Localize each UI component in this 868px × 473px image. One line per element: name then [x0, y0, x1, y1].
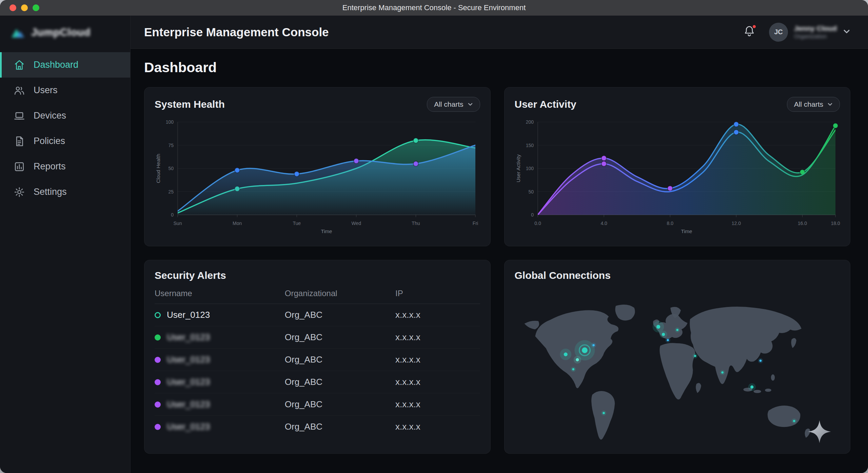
org-cell: Org_ABC: [285, 421, 395, 432]
brand-logo-icon: [10, 25, 26, 40]
brand-logo: JumpCloud: [0, 16, 130, 49]
svg-text:Tue: Tue: [293, 221, 301, 226]
chevron-down-icon: [468, 102, 473, 107]
sidebar-item-devices[interactable]: Devices: [0, 103, 130, 128]
svg-text:Wed: Wed: [352, 221, 361, 226]
svg-text:Time: Time: [681, 228, 692, 234]
svg-text:75: 75: [168, 143, 174, 148]
sidebar-item-settings[interactable]: Settings: [0, 179, 130, 205]
card-title: System Health: [155, 99, 225, 110]
status-dot: [155, 357, 161, 363]
table-row[interactable]: User_0123Org_ABCx.x.x.x: [155, 349, 480, 371]
svg-text:100: 100: [526, 166, 534, 171]
svg-text:User Activity: User Activity: [515, 154, 521, 182]
titlebar: Enterprise Management Console - Secure E…: [0, 0, 868, 16]
ip-cell: x.x.x.x: [395, 310, 480, 320]
sidebar-nav: Dashboard Users Devices Policies Reports: [0, 52, 130, 205]
security-alerts-table: Username Organizational IP User_0123Org_…: [155, 289, 480, 438]
ip-cell: x.x.x.x: [395, 354, 480, 365]
user-org-label: Organization: [794, 33, 837, 40]
svg-text:50: 50: [528, 189, 534, 194]
sidebar-item-label: Users: [34, 85, 58, 96]
table-row[interactable]: User_0123Org_ABCx.x.x.x: [155, 326, 480, 349]
status-dot: [155, 379, 161, 385]
devices-icon: [13, 110, 25, 122]
system-health-filter-dropdown[interactable]: All charts: [427, 97, 480, 112]
app-header: Enterprise Management Console JC Jenny C…: [131, 16, 868, 49]
username-cell: User_0123: [167, 332, 210, 343]
page-title: Dashboard: [144, 60, 850, 76]
card-title: Global Connections: [515, 270, 611, 281]
username-cell: User_0123: [167, 377, 210, 387]
user-name: Jenny Cloud: [794, 24, 837, 33]
svg-text:8.0: 8.0: [667, 221, 673, 226]
system-health-chart: 0255075100SunMonTueWedThuFriCloud Health…: [155, 117, 480, 236]
svg-text:18.0: 18.0: [831, 221, 840, 226]
org-cell: Org_ABC: [285, 354, 395, 365]
svg-text:0: 0: [171, 212, 174, 218]
home-icon: [13, 59, 25, 71]
username-cell: User_0123: [167, 421, 210, 432]
column-header-ip: IP: [395, 289, 480, 298]
security-table-body: User_0123Org_ABCx.x.x.xUser_0123Org_ABCx…: [155, 304, 480, 438]
svg-text:150: 150: [526, 143, 534, 148]
svg-text:Thu: Thu: [412, 221, 420, 226]
sparkle-icon: [807, 419, 832, 445]
sidebar-item-policies[interactable]: Policies: [0, 128, 130, 154]
svg-text:Sun: Sun: [174, 221, 182, 226]
sidebar-item-label: Devices: [34, 110, 66, 121]
world-map: [513, 289, 842, 448]
filter-label: All charts: [434, 100, 463, 108]
system-health-card: System Health All charts 0255075100SunMo…: [144, 87, 491, 246]
user-menu[interactable]: JC Jenny Cloud Organization: [769, 23, 850, 42]
card-title: User Activity: [515, 99, 576, 110]
table-row[interactable]: User_0123Org_ABCx.x.x.x: [155, 393, 480, 416]
notifications-button[interactable]: [743, 25, 756, 40]
status-dot: [155, 402, 161, 408]
org-cell: Org_ABC: [285, 377, 395, 387]
security-alerts-card: Security Alerts Username Organizational …: [144, 260, 491, 454]
user-activity-chart: 0501001502000.04.08.012.016.018.0User Ac…: [515, 117, 840, 236]
org-cell: Org_ABC: [285, 399, 395, 410]
ip-cell: x.x.x.x: [395, 332, 480, 343]
ip-cell: x.x.x.x: [395, 377, 480, 387]
table-header: Username Organizational IP: [155, 289, 480, 304]
users-icon: [13, 84, 25, 97]
column-header-organizational: Organizational: [285, 289, 395, 298]
svg-text:4.0: 4.0: [600, 221, 607, 226]
table-row[interactable]: User_0123Org_ABCx.x.x.x: [155, 304, 480, 326]
svg-text:100: 100: [166, 119, 174, 125]
main-content: Dashboard System Health All charts 02550…: [131, 49, 868, 473]
sidebar-item-dashboard[interactable]: Dashboard: [0, 52, 130, 78]
sidebar-item-label: Policies: [34, 136, 65, 146]
column-header-username: Username: [155, 289, 285, 298]
chevron-down-icon: [843, 28, 850, 37]
svg-text:Fri: Fri: [473, 221, 478, 226]
settings-gear-icon: [13, 186, 25, 198]
status-dot: [155, 424, 161, 430]
ip-cell: x.x.x.x: [395, 421, 480, 432]
username-cell: User_0123: [167, 354, 210, 365]
sidebar: JumpCloud Dashboard Users Devices Polic: [0, 16, 131, 473]
table-row[interactable]: User_0123Org_ABCx.x.x.x: [155, 371, 480, 393]
chart-svg: 0501001502000.04.08.012.016.018.0User Ac…: [515, 117, 840, 236]
global-connections-card: Global Connections: [504, 260, 851, 454]
user-activity-filter-dropdown[interactable]: All charts: [787, 97, 840, 112]
org-cell: Org_ABC: [285, 332, 395, 343]
status-dot: [155, 334, 161, 341]
ip-cell: x.x.x.x: [395, 399, 480, 410]
username-cell: User_0123: [167, 310, 210, 320]
chart-svg: 0255075100SunMonTueWedThuFriCloud Health…: [155, 117, 480, 236]
status-dot: [155, 312, 161, 318]
map-continents: [524, 305, 810, 439]
avatar: JC: [769, 23, 788, 42]
filter-label: All charts: [794, 100, 823, 108]
sidebar-item-users[interactable]: Users: [0, 78, 130, 103]
app-window: Enterprise Management Console - Secure E…: [0, 0, 868, 473]
policies-icon: [13, 135, 25, 147]
user-activity-card: User Activity All charts 0501001502000.0…: [504, 87, 851, 246]
svg-text:0.0: 0.0: [534, 221, 541, 226]
app-title: Enterprise Management Console: [144, 25, 329, 39]
sidebar-item-reports[interactable]: Reports: [0, 154, 130, 179]
table-row[interactable]: User_0123Org_ABCx.x.x.x: [155, 416, 480, 438]
